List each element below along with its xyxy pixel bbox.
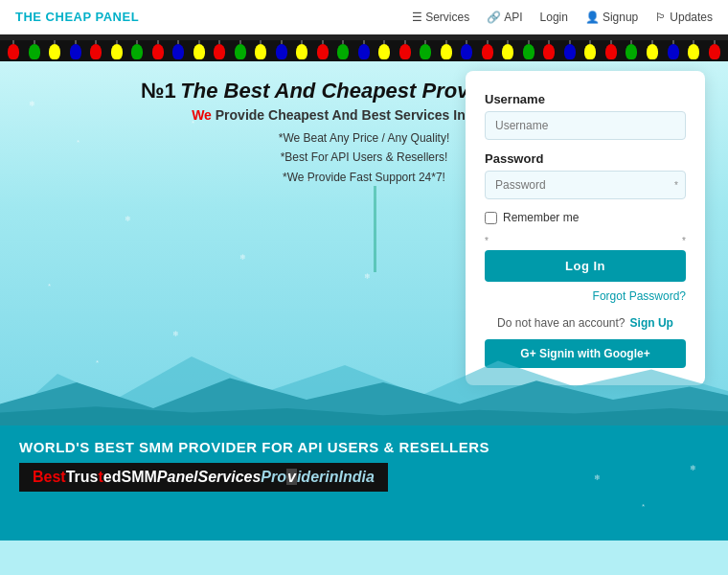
mountains-decoration	[0, 339, 728, 426]
light-bulb	[523, 44, 535, 59]
snowflake: ❄	[364, 272, 371, 281]
snowflake: ❄	[125, 215, 131, 223]
light-wire	[0, 34, 728, 40]
light-bulb	[29, 44, 40, 59]
light-bulb	[276, 44, 287, 59]
password-wrapper: *	[485, 171, 686, 199]
remember-me-checkbox[interactable]	[485, 212, 497, 224]
light-bulb	[337, 44, 349, 59]
light-bulb	[399, 44, 411, 59]
light-bulb	[441, 44, 452, 59]
password-input[interactable]	[485, 171, 686, 199]
star-right: *	[682, 236, 686, 246]
light-bulb	[111, 44, 123, 59]
nav-services[interactable]: ☰ Services	[412, 11, 469, 24]
light-bulb	[584, 44, 596, 59]
light-bulb	[90, 44, 102, 59]
ticker-best: Best	[33, 469, 66, 486]
light-bulb	[378, 44, 390, 59]
ticker-panel: Panel	[157, 469, 198, 486]
light-bulb	[317, 44, 329, 59]
light-bulb	[461, 44, 472, 59]
username-label: Username	[485, 92, 686, 106]
light-bulb	[709, 44, 720, 59]
lights-bar	[0, 34, 728, 61]
light-bulb	[8, 44, 19, 59]
light-bulb	[668, 44, 679, 59]
light-bulb	[49, 44, 60, 59]
light-bulb	[172, 44, 184, 59]
bottom-section: WORLD'S BEST SMM PROVIDER FOR API USERS …	[0, 426, 728, 540]
flag-icon: 🏳	[655, 11, 667, 24]
light-bulb	[420, 44, 431, 59]
nav-signup[interactable]: 👤 Signup	[585, 11, 638, 24]
star-left: *	[485, 236, 489, 246]
snowflake: *	[48, 282, 51, 290]
ticker-trusted: Trusted	[66, 469, 122, 486]
light-bulb	[70, 44, 81, 59]
light-bulb	[358, 44, 370, 59]
ticker-box: Best Trusted SMM Panel Services Provider…	[19, 463, 388, 492]
password-label: Password	[485, 151, 686, 166]
light-bulb	[502, 44, 513, 59]
ticker-in: in	[325, 469, 338, 486]
remember-me-row: Remember me	[485, 211, 686, 224]
light-bulb	[688, 44, 699, 59]
light-bulb	[482, 44, 493, 59]
link-icon: 🔗	[487, 11, 501, 24]
ticker-provider: Provider	[261, 469, 325, 486]
ticker-india: India	[338, 469, 374, 486]
remember-me-label: Remember me	[503, 211, 579, 224]
username-input[interactable]	[485, 111, 686, 140]
ticker-services: Services	[198, 469, 262, 486]
snowflake-bottom3: ❄	[690, 464, 696, 472]
light-bulb	[193, 44, 205, 59]
signup-link[interactable]: Sign Up	[630, 316, 673, 330]
light-bulb	[255, 44, 266, 59]
login-button[interactable]: Log In	[485, 250, 686, 282]
light-bulb	[626, 44, 637, 59]
light-bulb	[647, 44, 658, 59]
snowflake-bottom: ❄	[594, 473, 601, 482]
hero-section: ❄ * ❄ * ❄ * ❄ * ❄ * ❄ * ❄ * №1 The Best …	[0, 61, 728, 426]
login-stars-row: * *	[485, 236, 686, 246]
forgot-password-link[interactable]: Forgot Password?	[485, 289, 686, 303]
password-asterisk: *	[674, 180, 678, 191]
light-bulb	[152, 44, 164, 59]
snowflake: ❄	[172, 330, 179, 338]
main-nav: ☰ Services 🔗 API Login 👤 Signup 🏳 Update…	[412, 11, 713, 24]
list-icon: ☰	[412, 11, 422, 24]
light-bulb	[296, 44, 307, 59]
nav-updates[interactable]: 🏳 Updates	[655, 11, 713, 24]
decorative-line	[374, 186, 376, 272]
snowflake: ❄	[239, 253, 246, 262]
login-card: Username Password * Remember me * * Log …	[466, 71, 705, 385]
light-bulb	[543, 44, 555, 59]
logo[interactable]: THE CHEAP PANEL	[15, 10, 139, 24]
header: THE CHEAP PANEL ☰ Services 🔗 API Login 👤…	[0, 0, 728, 34]
user-plus-icon: 👤	[585, 11, 600, 24]
no-account-row: Do not have an account? Sign Up	[485, 316, 686, 330]
light-bulb	[131, 44, 143, 59]
nav-api[interactable]: 🔗 API	[487, 11, 522, 24]
no-account-text: Do not have an account?	[497, 316, 625, 330]
nav-login[interactable]: Login	[540, 11, 568, 24]
light-bulb	[605, 44, 617, 59]
snowflake-bottom2: *	[642, 502, 645, 511]
light-bulb	[235, 44, 246, 59]
bottom-title: WORLD'S BEST SMM PROVIDER FOR API USERS …	[19, 439, 709, 455]
light-bulb	[214, 44, 225, 59]
light-bulb	[564, 44, 576, 59]
ticker-smm: SMM	[121, 469, 156, 486]
